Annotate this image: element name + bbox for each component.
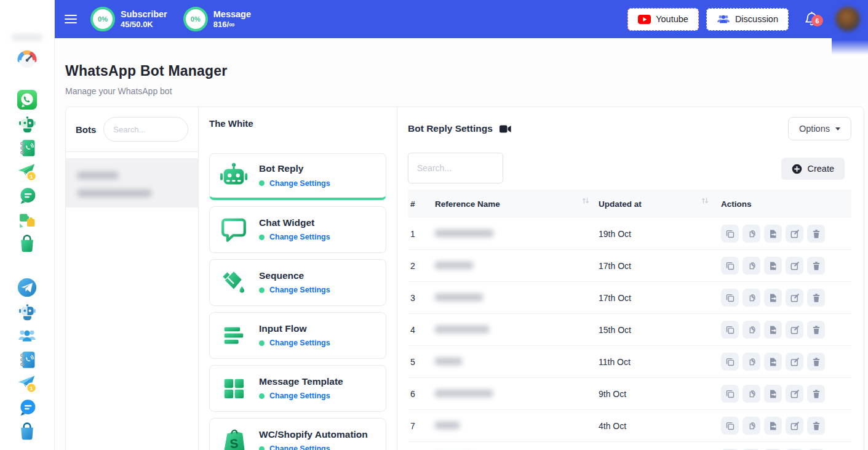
edit-button[interactable] [786, 225, 803, 243]
copy-button[interactable] [721, 257, 739, 275]
delete-button[interactable] [807, 385, 825, 403]
edit-button[interactable] [786, 385, 803, 403]
row-actions [718, 289, 851, 307]
card-message-template[interactable]: Message Template Change Settings [209, 365, 386, 412]
avatar-backdrop [832, 38, 868, 55]
sidebar-item-integrations[interactable] [17, 209, 38, 230]
delete-button[interactable] [807, 225, 825, 243]
copy-button[interactable] [721, 353, 739, 371]
copy-button[interactable] [721, 225, 739, 243]
change-settings-link[interactable]: Change Settings [269, 339, 330, 347]
sidebar-item-whatsapp-store[interactable] [17, 233, 38, 254]
copy-icon [725, 357, 735, 367]
change-settings-link[interactable]: Change Settings [269, 392, 330, 400]
telegram-contact-book-icon [17, 350, 38, 370]
card-sequence[interactable]: Sequence Change Settings [209, 259, 386, 306]
edit-button[interactable] [786, 289, 803, 307]
delete-button[interactable] [807, 353, 825, 371]
sort-icon[interactable] [581, 196, 590, 205]
updated-at: 9th Oct [599, 389, 718, 399]
export-button[interactable] [764, 257, 782, 275]
copy-icon [725, 229, 735, 239]
options-button[interactable]: Options [788, 117, 851, 140]
sidebar-item-whatsapp-contact-book[interactable] [17, 137, 38, 158]
duplicate-button[interactable] [743, 417, 760, 435]
edit-button[interactable] [786, 353, 803, 371]
sidebar-item-telegram-bot[interactable] [17, 301, 38, 322]
delete-button[interactable] [807, 321, 825, 339]
row-actions [718, 353, 851, 371]
youtube-button[interactable]: Youtube [627, 8, 699, 31]
hamburger-menu-icon[interactable] [65, 15, 77, 24]
delete-button[interactable] [807, 417, 825, 435]
edit-button[interactable] [786, 417, 803, 435]
card-label: Chat Widget [259, 218, 330, 228]
change-settings-link[interactable]: Change Settings [269, 286, 330, 294]
plus-circle-icon [792, 164, 802, 174]
copy-button[interactable] [721, 321, 739, 339]
sidebar-item-dashboard[interactable] [17, 48, 38, 69]
user-avatar[interactable] [835, 7, 860, 31]
bots-search-input[interactable] [103, 117, 188, 142]
export-icon [768, 421, 778, 431]
create-button[interactable]: Create [781, 158, 845, 180]
export-button[interactable] [764, 417, 782, 435]
card-label: WC/Shopify Automation [259, 430, 368, 440]
sidebar-item-whatsapp-broadcast[interactable]: 1 [17, 161, 38, 182]
duplicate-button[interactable] [743, 225, 760, 243]
sidebar-item-telegram-chat[interactable] [17, 397, 38, 418]
col-header-updated-at[interactable]: Updated at [599, 199, 718, 209]
updated-at: 15th Oct [599, 325, 718, 335]
card-bot-reply[interactable]: Bot Reply Change Settings [209, 153, 386, 200]
bot-reply-robot-icon [218, 161, 249, 191]
sidebar-logo-redacted [12, 34, 42, 40]
card-chat-widget[interactable]: Chat Widget Change Settings [209, 206, 386, 253]
bot-name-redacted [78, 172, 118, 179]
table-row: 5 11th Oct [408, 346, 851, 378]
export-button[interactable] [764, 321, 782, 339]
duplicate-button[interactable] [743, 385, 760, 403]
sidebar-item-whatsapp[interactable] [17, 89, 38, 110]
delete-button[interactable] [807, 257, 825, 275]
duplicate-button[interactable] [743, 289, 760, 307]
export-button[interactable] [764, 225, 782, 243]
sidebar-item-telegram-broadcast[interactable]: 1 [17, 373, 38, 394]
edit-button[interactable] [786, 257, 803, 275]
sort-icon[interactable] [701, 196, 709, 205]
card-input-flow[interactable]: Input Flow Change Settings [209, 312, 386, 359]
col-header-actions: Actions [718, 199, 851, 209]
sidebar-item-telegram-store[interactable] [17, 421, 38, 442]
edit-button[interactable] [786, 321, 803, 339]
card-wc-shopify-automation[interactable]: S WC/Shopify Automation Change Settings [209, 418, 386, 450]
export-button[interactable] [764, 385, 782, 403]
sidebar-item-telegram[interactable] [17, 277, 38, 298]
delete-button[interactable] [807, 289, 825, 307]
sidebar-item-whatsapp-bot[interactable] [17, 113, 38, 134]
copy-button[interactable] [721, 385, 739, 403]
discussion-button[interactable]: Discussion [706, 8, 789, 31]
sidebar-item-whatsapp-chat[interactable] [17, 185, 38, 206]
notifications-button[interactable]: 6 [805, 11, 819, 27]
copy-button[interactable] [721, 289, 739, 307]
bots-panel: Bots [66, 107, 199, 450]
col-header-reference-name[interactable]: Reference Name [435, 199, 599, 209]
bot-list-item-selected[interactable] [66, 158, 198, 207]
change-settings-link[interactable]: Change Settings [269, 233, 330, 241]
sidebar-item-telegram-groups[interactable] [17, 325, 38, 346]
app-sidebar: 1 [0, 0, 55, 450]
duplicate-button[interactable] [743, 321, 760, 339]
subscriber-value: 45/50.0K [121, 20, 167, 28]
change-settings-link[interactable]: Change Settings [269, 179, 330, 188]
sidebar-item-telegram-contact-book[interactable] [17, 349, 38, 370]
copy-button[interactable] [721, 417, 739, 435]
reference-name-redacted [435, 357, 599, 367]
duplicate-button[interactable] [743, 257, 760, 275]
duplicate-button[interactable] [743, 353, 760, 371]
duplicate-icon [747, 389, 757, 399]
trash-icon [811, 229, 821, 239]
row-actions [718, 417, 851, 435]
change-settings-link[interactable]: Change Settings [269, 444, 330, 450]
table-search-input[interactable] [408, 153, 503, 183]
export-button[interactable] [764, 353, 782, 371]
export-button[interactable] [764, 289, 782, 307]
